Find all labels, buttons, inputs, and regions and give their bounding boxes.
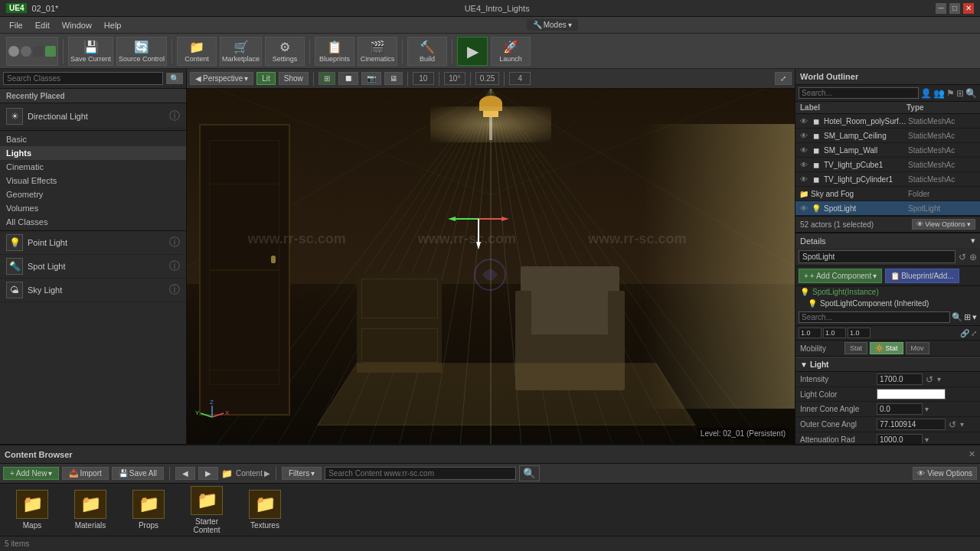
cb-view-options-btn[interactable]: 👁 View Options [913,467,977,480]
intensity-input[interactable] [877,373,923,385]
point-light-item[interactable]: 💡 Point Light ⓘ [0,231,186,255]
save-current-btn[interactable]: 💾 Save Current [68,37,113,66]
viewport-lit-btn[interactable]: Lit [256,72,276,85]
outliner-item-tv-cube[interactable]: 👁 ◼ TV_light_pCube1 StaticMeshAc [795,158,980,172]
viewport-render-btn[interactable]: 🖥 [384,72,403,85]
outliner-item-hotel-room[interactable]: 👁 ◼ Hotel_Room_polySurfa... StaticMeshAc [795,114,980,129]
blueprint-add-btn[interactable]: 📋 Blueprint/Add... [885,269,959,283]
outliner-item-sky-fog[interactable]: 📁 Sky and Fog Folder [795,187,980,201]
attenuation-arrow-btn[interactable]: ▾ [924,435,929,444]
mobility-static-btn[interactable]: Stat [844,342,867,354]
category-volumes[interactable]: Volumes [0,201,186,215]
build-btn[interactable]: 🔨 Build [407,37,447,66]
mobility-movable-btn[interactable]: Mov [906,342,929,354]
tv-cylinder-icon: ◼ [811,174,822,184]
modes-dropdown[interactable]: 🔧 Modes ▾ [533,21,572,29]
property-search-bar: 🔍 ⊞ ▾ [795,309,980,326]
outliner-item-lamp-wall[interactable]: 👁 ◼ SM_Lamp_Wall StaticMeshAc [795,143,980,158]
blueprints-btn[interactable]: 📋 Blueprints [315,37,354,66]
marketplace-btn[interactable]: 🛒 Marketplace [220,37,262,66]
cb-filters-btn[interactable]: Filters ▾ [282,467,322,480]
outliner-item-spotlight[interactable]: 👁 💡 SpotLight SpotLight [795,201,980,216]
viewport-mode-btn[interactable]: ◀ Perspective ▾ [190,72,253,85]
cb-nav-fwd-btn[interactable]: ▶ [198,467,218,480]
outliner-columns-header: Label Type [795,102,980,114]
category-cinematic[interactable]: Cinematic [0,160,186,174]
outer-cone-reset-btn[interactable]: ↺ [947,419,958,430]
intensity-reset-btn[interactable]: ↺ [924,374,935,385]
minimize-button[interactable]: ─ [936,3,946,14]
spot-light-item[interactable]: 🔦 Spot Light ⓘ [0,255,186,279]
visibility-tv-cylinder-icon: 👁 [799,174,809,184]
transform-x[interactable] [799,328,822,338]
menu-edit[interactable]: Edit [29,19,56,31]
category-basic[interactable]: Basic [0,132,186,146]
transform-z[interactable] [848,328,871,338]
property-search-input[interactable] [799,311,950,323]
cb-add-new-btn[interactable]: + Add New ▾ [3,467,59,480]
recent-directional-light[interactable]: ☀ Directional Light ⓘ [0,105,186,129]
source-control-btn[interactable]: 🔄 Source Control [116,37,167,66]
attenuation-input[interactable] [877,434,923,444]
cb-import-btn[interactable]: 📥 Import [62,467,108,480]
menu-file[interactable]: File [3,19,29,31]
menu-help[interactable]: Help [98,19,128,31]
outliner-item-lamp-ceiling[interactable]: 👁 ◼ SM_Lamp_Ceiling StaticMeshAc [795,129,980,143]
cb-folder-starter-content[interactable]: 📁 Starter Content [184,486,230,534]
search-classes-input[interactable] [3,72,163,85]
viewport-snap-btn[interactable]: 🔲 [338,72,358,85]
spotlight-inherited-item[interactable]: 💡 SpotLightComponent (Inherited) [795,298,980,309]
cb-footer: 5 items [0,536,980,551]
launch-btn[interactable]: 🚀 Launch [491,37,531,66]
visibility-hotel-icon: 👁 [799,116,809,126]
intensity-arrow-btn[interactable]: ▾ [936,375,942,383]
cb-folder-maps[interactable]: 📁 Maps [9,490,55,530]
modes-panel-btn[interactable] [6,37,58,66]
cb-folder-textures[interactable]: 📁 Textures [242,490,288,530]
cb-nav-back-btn[interactable]: ◀ [175,467,195,480]
viewport-grid-btn[interactable]: ⊞ [318,72,335,85]
light-section-header[interactable]: ▼ Light [795,358,980,372]
viewport-cam-btn[interactable]: 📷 [361,72,381,85]
mobility-stationary-btn[interactable]: 🔆 Stat [870,342,903,354]
viewport-show-btn[interactable]: Show [279,72,309,85]
viewport-sep-4 [470,72,471,86]
maximize-button[interactable]: □ [949,3,960,14]
sky-light-item[interactable]: 🌤 Sky Light ⓘ [0,279,186,302]
view-options-btn[interactable]: 👁 View Options ▾ [912,219,975,230]
content-btn[interactable]: 📁 Content [177,37,217,66]
settings-btn[interactable]: ⚙ Settings [265,37,305,66]
cinematics-btn[interactable]: 🎬 Cinematics [358,37,397,66]
viewport-maximize-btn[interactable]: ⤢ [775,72,792,85]
menu-window[interactable]: Window [56,19,98,31]
category-visual-effects[interactable]: Visual Effects [0,174,186,187]
add-component-btn[interactable]: + + Add Component ▾ [799,269,882,283]
cb-folder-props[interactable]: 📁 Props [126,490,172,530]
cb-save-all-btn[interactable]: 💾 Save All [112,467,164,480]
cb-sep2 [276,467,276,481]
light-color-swatch[interactable] [877,389,946,399]
cb-search-input[interactable] [325,467,516,480]
details-dropdown-arrow[interactable]: ▾ [971,236,975,246]
cb-search-btn[interactable]: 🔍 [519,465,540,481]
details-name-input[interactable] [799,250,956,263]
search-icon[interactable]: 🔍 [965,88,977,99]
outliner-search-input[interactable] [799,87,919,99]
transform-y[interactable] [823,328,846,338]
outer-cone-arrow-btn[interactable]: ▾ [959,420,965,429]
category-all-classes[interactable]: All Classes [0,215,186,229]
svg-text:Z: Z [210,399,214,406]
cb-close-icon[interactable]: ✕ [969,449,975,459]
spotlight-instance-item[interactable]: 💡 SpotLight(Instance) [795,286,980,298]
inner-cone-input[interactable] [877,403,923,415]
category-lights[interactable]: Lights [0,146,186,160]
outer-cone-input[interactable] [877,419,946,430]
inner-cone-arrow-btn[interactable]: ▾ [924,405,929,413]
play-btn[interactable]: ▶ [457,37,488,66]
viewport[interactable]: ◀ Perspective ▾ Lit Show ⊞ 🔲 📷 🖥 10 10° … [187,69,795,444]
outliner-item-tv-cylinder[interactable]: 👁 ◼ TV_light_pCylinder1 StaticMeshAc [795,172,980,187]
cb-folder-materials[interactable]: 📁 Materials [67,490,113,530]
close-button[interactable]: ✕ [963,3,974,14]
search-classes-btn[interactable]: 🔍 [166,73,183,84]
category-geometry[interactable]: Geometry [0,187,186,201]
